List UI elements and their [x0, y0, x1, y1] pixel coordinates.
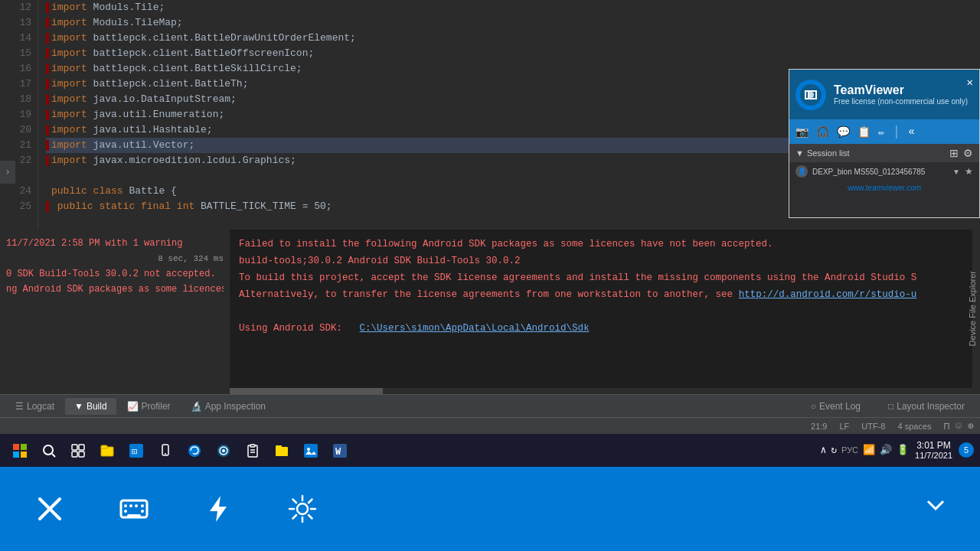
status-line-2: 0 SDK Build-Tools 30.0.2 not accepted. — [6, 266, 224, 282]
tray-arrow-icon[interactable]: ∧ — [820, 444, 826, 456]
status-bar: 21:9 LF UTF-8 4 spaces ⊓ ☺ ⊕ — [0, 417, 980, 434]
task-view-button[interactable] — [64, 437, 92, 465]
banner-settings-button[interactable] — [283, 490, 322, 528]
build-line-5 — [239, 303, 963, 320]
line-ending: LF — [839, 422, 849, 431]
build-link-2[interactable]: C:\Users\simon\AppData\Local\Android\Sdk — [360, 323, 590, 334]
left-status-panel: 11/7/2021 2:58 PM with 1 warning 8 sec, … — [0, 230, 230, 394]
pyc-label: РУС — [841, 445, 858, 455]
layout-inspector-icon: □ — [888, 401, 893, 412]
svg-rect-28 — [304, 444, 318, 458]
tv-camera-icon[interactable]: 📷 — [795, 126, 808, 139]
svg-rect-4 — [13, 452, 19, 458]
tab-app-inspection[interactable]: 🔬 App Inspection — [181, 398, 275, 415]
build-horizontal-scrollbar[interactable] — [230, 388, 972, 394]
session-settings-icon[interactable]: ⚙ — [963, 147, 973, 159]
build-icon: ▼ — [74, 401, 83, 412]
windows-taskbar: ⊡ — [0, 434, 980, 467]
build-output-content: Failed to install the following Android … — [230, 230, 972, 343]
tab-profiler[interactable]: 📈 Profiler — [118, 398, 180, 415]
svg-rect-8 — [72, 445, 77, 450]
svg-rect-10 — [72, 452, 77, 457]
svg-rect-11 — [79, 452, 84, 457]
banner-lightning-button[interactable] — [199, 490, 237, 528]
photos-taskbar-button[interactable] — [297, 437, 325, 465]
store-button[interactable]: ⊡ — [122, 437, 150, 465]
tv-pen-icon[interactable]: ✏ — [878, 126, 884, 139]
tv-clipboard-icon[interactable]: 📋 — [858, 126, 871, 139]
profiler-icon: 📈 — [127, 401, 139, 412]
code-line: public class Battle { — [46, 184, 789, 199]
taskbar-time: 3:01 PM — [915, 440, 952, 451]
line-numbers: 12131415161718192021222425 — [0, 0, 38, 230]
svg-point-6 — [44, 445, 53, 455]
logcat-icon: ☰ — [15, 401, 24, 412]
teamviewer-taskbar-button[interactable] — [210, 437, 237, 465]
bottom-banner — [0, 467, 980, 551]
files-button[interactable] — [93, 437, 121, 465]
code-line: import Moduls.Tile; — [46, 0, 789, 15]
tv-chat-icon[interactable]: 💬 — [837, 126, 850, 139]
tab-build[interactable]: ▼ Build — [65, 398, 116, 415]
teamviewer-logo — [795, 80, 826, 110]
tab-layout-inspector[interactable]: □ Layout Inspector — [879, 398, 974, 415]
code-line: import java.util.Enumeration; — [46, 107, 789, 122]
svg-line-7 — [52, 454, 55, 457]
session-user-label: DEXP_bion MS550_0123456785 — [812, 168, 948, 176]
svg-rect-23 — [250, 445, 255, 447]
device-file-explorer-label[interactable]: Device File Explorer — [965, 268, 980, 349]
encoding: UTF-8 — [861, 422, 885, 431]
folder-taskbar-button[interactable] — [268, 437, 296, 465]
tray-update-icon[interactable]: ↻ — [831, 444, 837, 456]
tv-arrows-icon[interactable]: « — [908, 126, 914, 138]
status-line-3: ng Android SDK packages as some licences… — [6, 282, 224, 297]
code-line: import battlepck.client.BattleSkillCircl… — [46, 61, 789, 77]
build-link-1[interactable]: http://d.android.com/r/studio-u — [739, 289, 917, 300]
wifi-icon[interactable]: 📶 — [863, 444, 875, 456]
session-item[interactable]: 👤 DEXP_bion MS550_0123456785 ▼ ★ — [789, 162, 979, 181]
event-log-label: Event Log — [819, 401, 861, 412]
session-dropdown-icon[interactable]: ▼ — [952, 168, 960, 176]
logcat-label: Logcat — [27, 401, 54, 412]
phone-link-button[interactable] — [152, 437, 179, 465]
code-line: import java.io.DataInputStream; — [46, 92, 789, 107]
taskbar-date: 11/7/2021 — [915, 451, 952, 461]
build-line-4: Alternatively, to transfer the license a… — [239, 286, 963, 303]
search-button[interactable] — [35, 437, 63, 465]
svg-point-29 — [307, 448, 310, 451]
word-taskbar-button[interactable]: W — [326, 437, 354, 465]
smiley-icon: ☺ — [956, 420, 962, 432]
taskbar-clock[interactable]: 3:01 PM 11/7/2021 — [915, 440, 952, 461]
session-star-icon[interactable]: ★ — [965, 166, 973, 177]
edge-button[interactable] — [181, 437, 208, 465]
clipboard-taskbar-button[interactable] — [239, 437, 266, 465]
tv-headset-icon[interactable]: 🎧 — [816, 126, 829, 139]
banner-chevron-button[interactable] — [922, 492, 949, 526]
tab-logcat[interactable]: ☰ Logcat — [6, 398, 64, 415]
teamviewer-website[interactable]: www.teamviewer.com — [789, 181, 979, 195]
notification-badge[interactable]: 5 — [959, 442, 974, 458]
session-list-header[interactable]: ▼ Session list ⊞ ⚙ — [789, 144, 979, 162]
banner-close-button[interactable] — [31, 490, 69, 528]
svg-rect-27 — [276, 445, 282, 448]
code-line: public static final int BATTLE_TICK_TIME… — [46, 199, 789, 214]
expand-panel-button[interactable]: › — [0, 161, 15, 184]
status-icons: ⊓ ☺ ⊕ — [944, 420, 974, 432]
code-editor[interactable]: 12131415161718192021222425 import Moduls… — [0, 0, 789, 230]
teamviewer-toolbar: 📷 🎧 💬 📋 ✏ | « — [789, 119, 979, 144]
teamviewer-close-button[interactable]: ✕ — [967, 76, 973, 89]
build-line-2: build-tools;30.0.2 Android SDK Build-Too… — [239, 253, 963, 269]
code-lines: import Moduls.Tile;import Moduls.TileMap… — [38, 0, 789, 230]
tab-event-log[interactable]: ○ Event Log — [802, 398, 870, 415]
svg-rect-2 — [13, 444, 19, 450]
layout-inspector-label: Layout Inspector — [897, 401, 965, 412]
volume-icon[interactable]: 🔊 — [880, 444, 892, 456]
battery-icon[interactable]: 🔋 — [897, 444, 909, 456]
indent-size: 4 spaces — [898, 422, 932, 431]
banner-keyboard-button[interactable] — [115, 490, 153, 528]
build-label: Build — [87, 401, 107, 412]
windows-start-button[interactable] — [6, 437, 34, 465]
bottom-toolbar: ☰ Logcat ▼ Build 📈 Profiler 🔬 App Inspec… — [0, 394, 980, 417]
session-expand-icon[interactable]: ⊞ — [949, 147, 959, 159]
teamviewer-header: TeamViewer Free license (non-commercial … — [789, 70, 979, 119]
